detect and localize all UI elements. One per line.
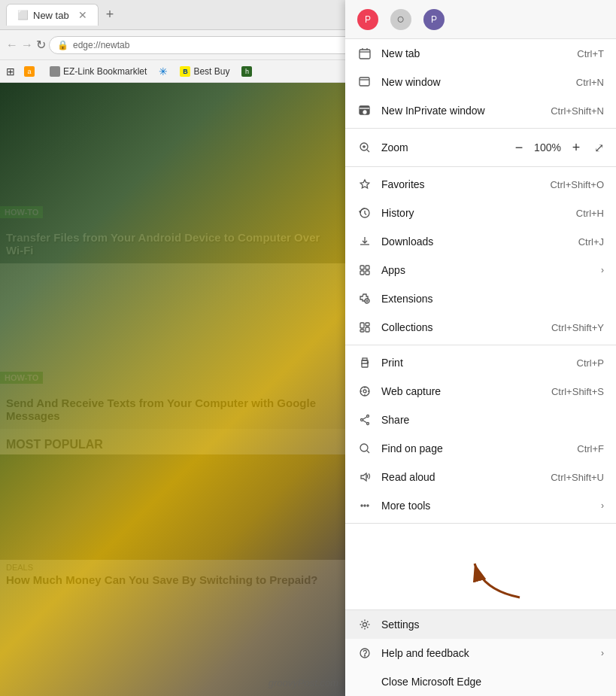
menu-extensions-row: P ○ P [345, 0, 616, 39]
divider-1 [345, 128, 616, 129]
inprivate-shortcut: Ctrl+Shift+N [551, 105, 604, 117]
menu-item-apps[interactable]: Apps › [345, 256, 616, 284]
zoom-label: Zoom [381, 141, 510, 153]
web-capture-label: Web capture [381, 385, 551, 397]
menu-item-new-tab[interactable]: New tab Ctrl+T [345, 39, 616, 68]
history-label: History [381, 207, 576, 219]
svg-point-4 [363, 111, 366, 114]
new-window-label: New window [381, 76, 576, 88]
svg-rect-13 [366, 323, 369, 326]
svg-point-30 [365, 655, 366, 656]
inprivate-icon [357, 103, 372, 118]
svg-rect-15 [360, 330, 364, 332]
bookmark-h[interactable]: h [238, 66, 258, 77]
svg-point-23 [367, 423, 369, 425]
svg-point-18 [367, 362, 368, 363]
svg-rect-16 [362, 363, 368, 367]
tab-label[interactable]: New tab [33, 10, 69, 21]
zoom-expand-icon[interactable]: ⤢ [594, 141, 604, 155]
svg-rect-17 [363, 358, 367, 360]
collections-label: Collections [381, 321, 551, 333]
favorites-label: Favorites [381, 178, 550, 190]
close-edge-label: Close Microsoft Edge [381, 676, 604, 688]
downloads-label: Downloads [381, 236, 578, 248]
bookmark-ezlink[interactable]: EZ-Link Bookmarklet [47, 66, 150, 77]
new-tab-icon [357, 46, 372, 61]
find-label: Find on page [381, 442, 577, 454]
menu-item-extensions[interactable]: Extensions [345, 284, 616, 313]
menu-item-inprivate[interactable]: New InPrivate window Ctrl+Shift+N [345, 96, 616, 125]
zoom-increase-button[interactable]: + [567, 138, 585, 157]
refresh-button[interactable]: ↻ [36, 38, 46, 52]
menu-item-more-tools[interactable]: More tools › [345, 491, 616, 520]
svg-rect-8 [366, 266, 369, 269]
help-arrow: › [601, 648, 604, 658]
downloads-icon [357, 234, 372, 249]
menu-item-web-capture[interactable]: Web capture Ctrl+Shift+S [345, 377, 616, 406]
menu-item-read-aloud[interactable]: Read aloud Ctrl+Shift+U [345, 463, 616, 491]
bookmark-amazon[interactable]: a [21, 66, 41, 77]
svg-rect-2 [360, 78, 369, 86]
apps-icon [357, 263, 372, 278]
menu-item-collections[interactable]: Collections Ctrl+Shift+Y [345, 313, 616, 342]
divider-4 [345, 523, 616, 524]
svg-point-22 [361, 419, 363, 421]
deals-image [0, 454, 346, 560]
divider-3 [345, 345, 616, 345]
downloads-shortcut: Ctrl+J [578, 236, 604, 248]
menu-item-history[interactable]: History Ctrl+H [345, 199, 616, 227]
menu-item-share[interactable]: Share [345, 406, 616, 434]
new-window-icon [357, 74, 372, 90]
svg-rect-14 [366, 327, 369, 332]
more-tools-arrow: › [601, 500, 604, 511]
extensions-icon [357, 291, 372, 306]
page-content: HOW-TO Transfer Files from Your Android … [0, 75, 346, 696]
new-tab-shortcut: Ctrl+T [577, 48, 604, 59]
find-shortcut: Ctrl+F [577, 443, 604, 454]
apps-label: Apps [381, 264, 601, 276]
zoom-icon [357, 140, 372, 155]
print-label: Print [381, 357, 577, 369]
favorites-icon [357, 177, 372, 192]
share-icon [357, 412, 372, 427]
svg-point-28 [363, 623, 367, 627]
ms-icon[interactable]: ⊞ [6, 65, 15, 78]
menu-item-favorites[interactable]: Favorites Ctrl+Shift+O [345, 170, 616, 199]
share-label: Share [381, 414, 604, 426]
menu-item-help[interactable]: Help and feedback › [345, 639, 616, 667]
pocket2-ext-icon[interactable]: P [423, 9, 445, 30]
svg-point-25 [361, 505, 363, 506]
menu-item-downloads[interactable]: Downloads Ctrl+J [345, 227, 616, 256]
pocket-ext-icon[interactable]: P [357, 9, 378, 30]
forward-button[interactable]: → [21, 38, 33, 52]
watermark: groovyPost.com [269, 677, 338, 688]
back-button[interactable]: ← [6, 38, 18, 52]
menu-footer: Settings Help and feedback › Close Micro… [345, 609, 616, 696]
settings-icon [357, 617, 372, 632]
print-icon [357, 355, 372, 370]
menu-item-new-window[interactable]: New window Ctrl+N [345, 68, 616, 96]
more-tools-icon [357, 498, 372, 513]
read-aloud-shortcut: Ctrl+Shift+U [551, 472, 604, 483]
menu-item-print[interactable]: Print Ctrl+P [345, 348, 616, 377]
zoom-controls: − 100% + ⤢ [510, 138, 604, 157]
bookmark-walmart[interactable]: ✳ [156, 65, 171, 78]
read-aloud-label: Read aloud [381, 471, 551, 483]
svg-point-24 [360, 444, 368, 451]
new-tab-button[interactable]: + [102, 7, 119, 23]
menu-item-settings[interactable]: Settings [345, 610, 616, 639]
bookmark-bestbuy[interactable]: B Best Buy [177, 66, 232, 77]
find-icon [357, 441, 372, 456]
read-aloud-icon [357, 470, 372, 485]
menu-item-find[interactable]: Find on page Ctrl+F [345, 434, 616, 463]
menu-item-close-edge[interactable]: Close Microsoft Edge [345, 667, 616, 696]
svg-rect-1 [360, 50, 370, 59]
zoom-decrease-button[interactable]: − [510, 138, 528, 157]
shield-ext-icon[interactable]: ○ [390, 9, 411, 30]
svg-point-20 [363, 390, 366, 393]
menu-items-list: New tab Ctrl+T New window Ctrl+N [345, 39, 616, 609]
print-shortcut: Ctrl+P [577, 357, 604, 369]
close-edge-icon [357, 674, 372, 689]
collections-shortcut: Ctrl+Shift+Y [551, 322, 604, 333]
svg-point-27 [367, 505, 369, 506]
